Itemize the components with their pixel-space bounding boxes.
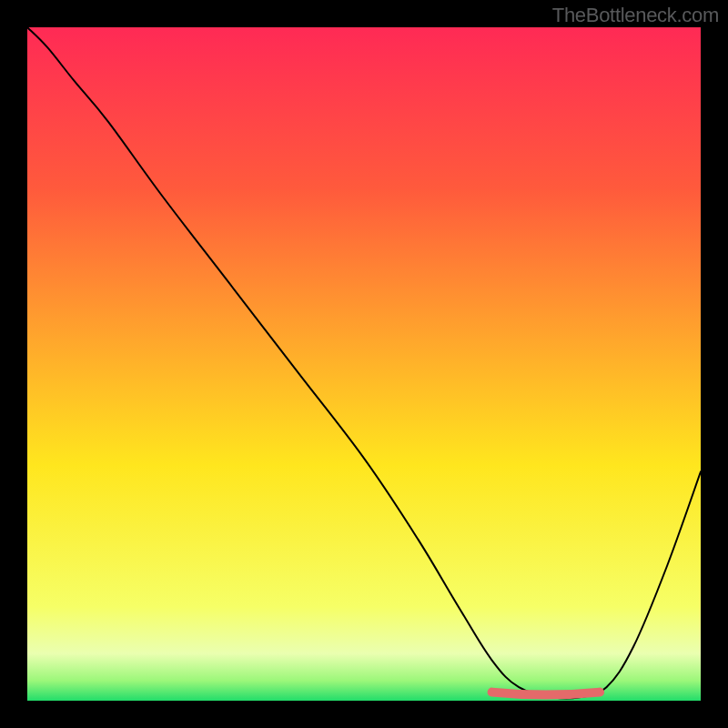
gradient-background <box>27 27 701 701</box>
chart-frame: TheBottleneck.com <box>0 0 728 728</box>
optimal-range-highlight <box>492 693 600 695</box>
watermark-text: TheBottleneck.com <box>552 4 719 27</box>
bottleneck-chart <box>27 27 701 701</box>
